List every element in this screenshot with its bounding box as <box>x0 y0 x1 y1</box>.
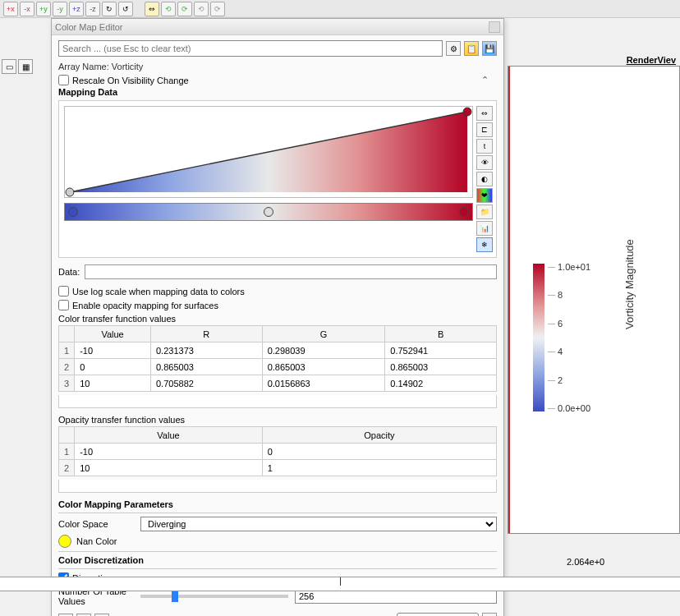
legend-ticks: 1.0e+01 8 6 4 2 0.0e+00 <box>548 262 590 413</box>
main-toolbar: +x -x +y -y +z -z ↻ ↺ ⇔ ⟲ ⟳ ⟲ ⟳ <box>0 0 680 18</box>
window-title: Color Map Editor <box>55 22 123 32</box>
otf-col-value: Value <box>75 427 263 444</box>
settings-icon[interactable]: ⚙ <box>446 41 461 56</box>
ctf-col-r: R <box>151 326 263 342</box>
color-space-select[interactable]: Diverging <box>140 517 497 531</box>
ctf-col-b: B <box>385 326 497 342</box>
opacity-surfaces-label: Enable opacity mapping for surfaces <box>72 301 218 310</box>
rescale-visibility-checkbox[interactable] <box>58 75 69 85</box>
color-legend[interactable] <box>533 264 544 411</box>
color-mapping-params-label: Color Mapping Parameters <box>58 499 497 509</box>
compute-histogram-button[interactable]: 📊 <box>476 221 493 236</box>
advanced-toggle-button[interactable]: ❄ <box>476 237 493 252</box>
data-field-input[interactable] <box>85 264 497 279</box>
rescale-custom-button[interactable]: ⊏ <box>476 122 493 137</box>
color-space-label: Color Space <box>58 519 134 529</box>
surface-repr-button[interactable]: ▭ <box>2 59 16 74</box>
copy-button[interactable]: 📋 <box>464 41 479 56</box>
undo-button[interactable]: ⟲ <box>161 2 176 16</box>
link-button[interactable]: ⇔ <box>145 2 159 16</box>
invert-tf-button[interactable]: ◐ <box>476 172 493 186</box>
mapping-side-toolbar: ⇔ ⊏ t 👁 ◐ ❤ 📁 📊 ❄ <box>476 106 493 252</box>
save-preset-button[interactable]: 📁 <box>476 205 493 219</box>
otf-label: Opacity transfer function values <box>58 415 497 425</box>
color-map-editor-window: Color Map Editor ⚙ 📋 💾 Array Name: Vorti… <box>51 18 504 616</box>
opacity-surfaces-checkbox[interactable] <box>58 300 69 310</box>
choose-preset-button[interactable]: ❤ <box>476 188 493 203</box>
ctf-label: Color transfer function values <box>58 314 497 324</box>
opacity-tf-table[interactable]: Value Opacity 1-100 2101 <box>58 426 497 476</box>
rescale-range-button[interactable]: ⇔ <box>476 106 493 121</box>
color-tf-table[interactable]: Value R G B 1-100.2313730.2980390.752941… <box>58 325 497 392</box>
color-handle-mid[interactable] <box>264 207 273 217</box>
array-name-label: Array Name: <box>58 62 109 71</box>
data-field-label: Data: <box>58 267 80 277</box>
close-icon[interactable] <box>489 21 500 33</box>
ntv-slider-thumb[interactable] <box>172 591 178 602</box>
ctf-col-g: G <box>262 326 385 342</box>
rescale-visible-button[interactable]: 👁 <box>476 155 493 170</box>
table-row[interactable]: 2101 <box>59 460 497 476</box>
svg-point-2 <box>66 188 74 196</box>
opacity-function-editor[interactable] <box>64 106 473 198</box>
search-input[interactable] <box>58 40 443 57</box>
color-handle-left[interactable] <box>68 207 78 217</box>
axis-pos-z-button[interactable]: +z <box>69 2 84 16</box>
log-scale-checkbox[interactable] <box>58 286 69 297</box>
array-name-row: Array Name: Vorticity <box>58 62 497 71</box>
timeline-ruler[interactable] <box>0 577 680 591</box>
mapping-data-label: Mapping Data <box>58 87 497 97</box>
color-discretization-label: Color Discretization <box>58 555 497 565</box>
array-name-value: Vorticity <box>112 62 144 71</box>
redo-more-button[interactable]: ⟳ <box>210 2 225 16</box>
rescale-visibility-label: Rescale On Visibility Change <box>72 76 189 85</box>
collapse-caret-icon[interactable]: ⌃ <box>481 75 489 85</box>
left-toolstrip: ▭ ▦ <box>0 57 48 74</box>
table-row[interactable]: 1-100 <box>59 444 497 460</box>
axis-neg-z-button[interactable]: -z <box>85 2 100 16</box>
axis-pos-x-button[interactable]: +x <box>3 2 18 16</box>
axis-neg-x-button[interactable]: -x <box>20 2 34 16</box>
legend-title: Vorticity Magnitude <box>623 239 636 329</box>
rotate-neg-90-button[interactable]: ↺ <box>118 2 133 16</box>
otf-col-opacity: Opacity <box>262 427 496 444</box>
render-views-button[interactable]: ⚙ Render Views <box>397 613 479 616</box>
nan-color-label: Nan Color <box>76 536 117 546</box>
window-titlebar[interactable]: Color Map Editor <box>52 19 503 35</box>
surface-edges-button[interactable]: ▦ <box>18 59 33 74</box>
table-row[interactable]: 1-100.2313730.2980390.752941 <box>59 342 497 359</box>
timeline-playhead[interactable] <box>340 577 341 586</box>
axis-value-readout: 2.064e+0 <box>567 557 604 567</box>
render-view[interactable]: RenderViev 1.0e+01 8 6 4 2 0.0e+00 Vorti… <box>508 66 680 534</box>
ntv-slider[interactable] <box>140 595 288 598</box>
viewport-selection-edge <box>508 67 510 533</box>
axis-neg-y-button[interactable]: -y <box>53 2 67 16</box>
log-scale-label: Use log scale when mapping data to color… <box>72 287 245 297</box>
mapping-data-panel: ⇔ ⊏ t 👁 ◐ ❤ 📁 📊 ❄ <box>58 100 497 258</box>
legend-bar <box>533 264 544 411</box>
nan-color-swatch[interactable] <box>58 535 71 548</box>
save-button[interactable]: 💾 <box>482 41 497 56</box>
svg-point-3 <box>463 108 471 116</box>
undo-more-button[interactable]: ⟲ <box>194 2 209 16</box>
rescale-time-button[interactable]: t <box>476 139 493 154</box>
color-transfer-bar[interactable] <box>64 203 473 221</box>
table-row[interactable]: 200.8650030.8650030.865003 <box>59 359 497 375</box>
table-row[interactable]: 3100.7058820.01568630.14902 <box>59 375 497 392</box>
color-handle-right[interactable] <box>459 207 469 217</box>
render-view-label: RenderViev <box>627 55 676 65</box>
axis-pos-y-button[interactable]: +y <box>36 2 51 16</box>
ctf-col-value: Value <box>75 326 151 342</box>
render-split-button[interactable]: ⚙ <box>482 613 497 616</box>
rotate-90-button[interactable]: ↻ <box>102 2 117 16</box>
redo-button[interactable]: ⟳ <box>177 2 192 16</box>
